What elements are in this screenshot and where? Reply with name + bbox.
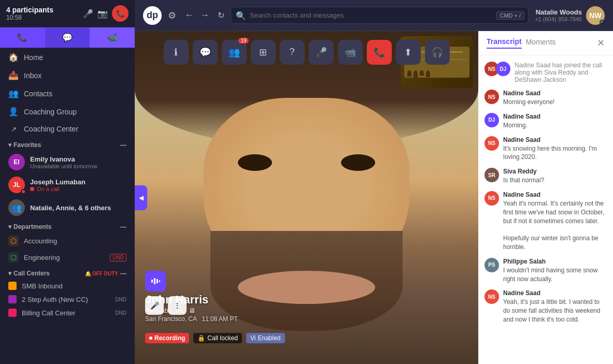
headset-button[interactable]: 🎧	[425, 40, 450, 65]
app-logo: dp	[143, 6, 162, 25]
call-quick-button[interactable]: 📞	[0, 27, 45, 48]
info-button[interactable]: ℹ	[164, 40, 189, 65]
svg-rect-0	[151, 280, 153, 283]
cc-2step-label: 2 Step Auth (New CC)	[22, 296, 88, 303]
sidebar-item-coaching-center-label: Coaching Center	[24, 125, 78, 133]
rec-dot	[149, 337, 152, 340]
call-timer: 10:58	[6, 14, 53, 21]
transcript-header: Transcript Moments ✕	[478, 31, 613, 55]
dept-engineering[interactable]: ⬡ Engineering DND	[0, 249, 135, 266]
favorite-emily[interactable]: EI Emily Ivanova Unavailable until tomor…	[0, 151, 135, 173]
chat-button[interactable]: 💬	[193, 40, 218, 65]
emily-status: Unavailable until tomorrow	[30, 163, 97, 169]
favorites-edit-icon[interactable]: —	[120, 141, 126, 149]
group-avatar: 👥	[8, 199, 25, 216]
tab-moments[interactable]: Moments	[526, 38, 556, 48]
quick-actions: 📞 💬 📹	[0, 27, 135, 48]
sidebar: 4 participants 10:58 🎤 📷 📞 📞 💬 📹 🏠 Home …	[0, 0, 135, 364]
search-shortcut: CMD + /	[496, 11, 525, 20]
svg-rect-1	[154, 278, 155, 284]
msg-5-text: Yeah it's normal. It's certainly not the…	[503, 199, 607, 252]
forward-button[interactable]: →	[198, 8, 211, 23]
home-icon: 🏠	[8, 52, 19, 62]
joseph-name: Joseph Lumaban	[30, 178, 85, 186]
end-call-toolbar-button[interactable]: 📞	[367, 40, 392, 65]
cc-smb-inbound[interactable]: SMB Inbound	[0, 279, 135, 293]
tab-transcript[interactable]: Transcript	[487, 37, 522, 49]
sidebar-item-inbox[interactable]: 📥 Inbox	[0, 66, 135, 84]
video-button[interactable]: 📷	[97, 9, 108, 19]
video-quick-button[interactable]: 📹	[90, 27, 135, 48]
dept-accounting[interactable]: ⬡ Accounting	[0, 232, 135, 249]
lock-icon: 🔒	[197, 334, 205, 342]
settings-button[interactable]: ⚙	[168, 10, 176, 21]
call-status-badges: Recording 🔒 Call locked Vi Enabled	[145, 333, 285, 343]
share-button[interactable]: ⬆	[396, 40, 421, 65]
mute-toolbar-button[interactable]: 🎤	[309, 40, 334, 65]
msg-4-avatar: SR	[484, 168, 499, 182]
emily-info: Emily Ivanova Unavailable until tomorrow	[30, 155, 97, 169]
msg-4-content: Siva Reddy Is that normal?	[503, 168, 544, 185]
group-name: Natalie, Annie, & 6 others	[30, 204, 111, 212]
sidebar-item-coaching-group[interactable]: 👤 Coaching Group	[0, 103, 135, 121]
participants-button[interactable]: 👥 19	[222, 40, 247, 65]
msg-2-text: Morning.	[503, 121, 540, 130]
accounting-icon: ⬡	[8, 236, 19, 246]
inbox-icon: 📥	[8, 70, 19, 80]
sidebar-scroll: 🏠 Home 📥 Inbox 👥 Contacts 👤 Coaching Gro…	[0, 48, 135, 364]
sidebar-item-home[interactable]: 🏠 Home	[0, 48, 135, 66]
search-icon: 🔍	[236, 10, 246, 20]
msg-4: SR Siva Reddy Is that normal?	[484, 168, 607, 185]
msg-7-sender: Nadine Saad	[503, 289, 607, 297]
mute-button[interactable]: 🎤	[83, 9, 93, 19]
favorites-toggle[interactable]: ▾	[8, 141, 11, 149]
sidebar-item-home-label: Home	[24, 53, 43, 62]
close-transcript-button[interactable]: ✕	[597, 37, 605, 49]
call-centers-toggle[interactable]: ▾	[8, 270, 11, 277]
joseph-info: Joseph Lumaban On a call	[30, 178, 85, 192]
call-header: 4 participants 10:58 🎤 📷 📞	[0, 0, 135, 27]
search-input[interactable]	[231, 7, 529, 24]
msg-5-sender: Nadine Saad	[503, 191, 607, 198]
msg-2-avatar: DJ	[484, 113, 499, 127]
message-quick-button[interactable]: 💬	[45, 27, 90, 48]
msg-3: NS Nadine Saad It's snowing here this mo…	[484, 136, 607, 162]
joseph-status: On a call	[30, 186, 85, 192]
participants-count-badge: 19	[238, 38, 248, 43]
favorite-joseph[interactable]: JL Joseph Lumaban On a call	[0, 173, 135, 196]
departments-edit-icon[interactable]: —	[120, 223, 126, 230]
msg-5: NS Nadine Saad Yeah it's normal. It's ce…	[484, 191, 607, 252]
user-phone: +1 (604) 359-7840	[535, 16, 582, 22]
grid-button[interactable]: ⊞	[251, 40, 276, 65]
call-centers-section-header: ▾ Call Centers 🔔 OFF DUTY —	[0, 266, 135, 279]
cc-billing[interactable]: Billing Call Center DND	[0, 306, 135, 319]
waveform-icon	[150, 276, 161, 286]
favorites-label: Favorites	[13, 141, 120, 149]
help-button[interactable]: ?	[280, 40, 305, 65]
cc-2step-auth[interactable]: 2 Step Auth (New CC) DND	[0, 293, 135, 306]
caller-location: San Francisco, CA 11:08 AM PT	[145, 315, 238, 323]
end-call-button[interactable]: 📞	[112, 5, 129, 22]
msg-1: NS Nadine Saad Morning everyone!	[484, 90, 607, 107]
smb-color	[8, 282, 17, 290]
msg-7: NS Nadine Saad Yeah, it's just a little …	[484, 289, 607, 324]
refresh-button[interactable]: ↻	[218, 10, 224, 20]
cc-smb-label: SMB Inbound	[22, 282, 63, 290]
back-button[interactable]: ←	[182, 8, 196, 23]
call-locked-badge: 🔒 Call locked	[193, 333, 242, 343]
billing-color	[8, 309, 17, 317]
msg-2-sender: Nadine Saad	[503, 113, 540, 120]
msg-2: DJ Nadine Saad Morning.	[484, 113, 607, 130]
mic-mini-button[interactable]: 🎤	[145, 296, 164, 315]
user-avatar[interactable]: NW	[586, 6, 605, 25]
collapse-sidebar-button[interactable]: ◀	[135, 185, 147, 210]
sidebar-item-coaching-center[interactable]: ↗ Coaching Center	[0, 121, 135, 137]
favorite-group[interactable]: 👥 Natalie, Annie, & 6 others	[0, 196, 135, 219]
more-mini-button[interactable]: ⋮	[168, 296, 187, 315]
msg-5-content: Nadine Saad Yeah it's normal. It's certa…	[503, 191, 607, 252]
sidebar-item-contacts[interactable]: 👥 Contacts	[0, 84, 135, 103]
call-centers-edit-icon[interactable]: —	[120, 270, 126, 277]
emily-name: Emily Ivanova	[30, 155, 97, 163]
departments-toggle[interactable]: ▾	[8, 223, 11, 230]
video-toolbar-button[interactable]: 📹	[338, 40, 363, 65]
